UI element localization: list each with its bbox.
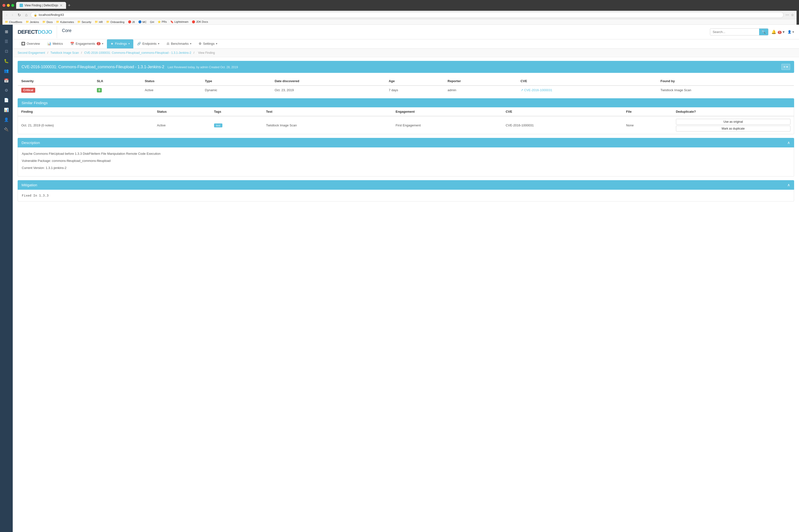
sidebar-icon-list[interactable]: ☰ [1,37,11,46]
refresh-button[interactable]: ↻ [16,12,22,18]
app-logo[interactable]: DEFECTDOJO [18,26,57,38]
bookmark-security-label: Security [81,21,91,23]
engagements-icon: 📅 [70,42,74,45]
tab-metrics[interactable]: 📊 Metrics [43,39,67,49]
tab-benchmarks[interactable]: ⚖ Benchmarks ▾ [163,39,195,49]
tab-endpoints[interactable]: 🔗 Endpoints ▾ [133,39,163,49]
cve-value: CVE-2016-1000031 [524,88,552,92]
bookmark-docs[interactable]: 📁 Docs [42,20,53,23]
description-content: Apache Commons FileUpload before 1.3.3 D… [18,148,794,176]
use-as-original-button[interactable]: Use as original [676,119,791,125]
back-button[interactable]: ‹ [5,12,8,18]
breadcrumb-second-engagement[interactable]: Second Engagement [18,51,45,55]
sidebar-icon-user[interactable]: 👤 [1,115,11,124]
forward-button[interactable]: › [11,12,14,18]
sidebar: ⊞ ☰ ⊡ 🐛 👥 📅 ⚙ 📄 📊 👤 🔌 [0,25,13,532]
bookmark-hr[interactable]: 📁 HR [95,20,103,23]
mitigation-body: Fixed In 1.3.3 [18,190,794,202]
toolbar-actions: ⋯ ☆ [785,13,794,17]
cve-link[interactable]: ↗ CVE-2016-1000031 [521,88,552,92]
browser-tab[interactable]: View Finding | DefectDojo ✕ [16,2,66,9]
mark-as-duplicate-button[interactable]: Mark as duplicate [676,126,791,132]
bookmark-jdk-docs[interactable]: 🔴 JDK Docs [192,20,208,23]
description-line-3: Current Version: 1.3.1-jenkins-2 [22,166,790,171]
description-section: Description ∧ Apache Commons FileUpload … [18,138,794,176]
mitigation-toggle[interactable]: ∧ [787,183,790,187]
search-box: 🔍 [710,28,768,35]
tab-engagements[interactable]: 📅 Engagements 2 ▾ [67,39,107,49]
search-button[interactable]: 🔍 [759,28,768,35]
sim-finding-test: Twistlock Image Scan [262,116,392,134]
finding-actions-button[interactable]: ≡ ▾ [781,64,790,70]
app-container: ⊞ ☰ ⊡ 🐛 👥 📅 ⚙ 📄 📊 👤 🔌 DEFECTDOJO Core [0,25,799,532]
similar-finding-row: Oct. 21, 2019 (0 notes) Active test Twis… [18,116,794,134]
page-header: Core [62,25,710,39]
finding-date-discovered: Oct. 23, 2019 [271,86,385,95]
settings-icon: ⚙ [199,42,202,45]
minimize-button[interactable] [7,4,10,7]
sim-finding-tags: test [211,116,263,134]
finding-meta: Last Reviewed today, by admin Created Oc… [168,65,238,69]
description-toggle[interactable]: ∧ [787,140,790,145]
bookmark-mc[interactable]: 🔵 MC [138,20,147,23]
sim-finding-engagement: First Engagement [392,116,502,134]
sidebar-icon-bug[interactable]: 🐛 [1,56,11,65]
sim-col-deduplicate: Deduplicate? [672,107,794,116]
sidebar-icon-file[interactable]: 📄 [1,96,11,104]
bookmarks-bar: 📁 CloudBees 📁 Jenkins 📁 Docs 📁 Kubernete… [2,19,797,25]
sidebar-icon-calendar[interactable]: 📅 [1,76,11,85]
bookmark-gh[interactable]: GH [150,21,154,23]
bookmark-prs[interactable]: ⭐ PRs [157,20,167,23]
sim-col-cve: CVE [502,107,623,116]
tab-settings[interactable]: ⚙ Settings ▾ [195,39,221,49]
col-status: Status [142,77,202,86]
tab-findings[interactable]: ★ Findings ▾ [107,39,133,49]
sidebar-icon-plugin[interactable]: 🔌 [1,125,11,134]
maximize-button[interactable] [11,4,14,7]
sidebar-icon-chart[interactable]: 📊 [1,106,11,114]
sidebar-icon-users[interactable]: 👥 [1,66,11,75]
breadcrumb-current: View Finding [198,51,215,55]
tab-overview[interactable]: 🔲 Overview [18,39,43,49]
breadcrumb-cve[interactable]: CVE-2016-1000031: Commons-Fileupload_com… [84,51,191,55]
finding-found-by: Twistlock Image Scan [657,86,794,95]
bookmark-onboarding[interactable]: 📁 Onboarding [106,20,125,23]
finding-age: 7 days [385,86,444,95]
sidebar-icon-dashboard[interactable]: ⊞ [1,27,11,36]
browser-chrome: View Finding | DefectDojo ✕ + ‹ › ↻ ⌂ 🔒 … [0,0,799,25]
address-bar[interactable]: 🔒 localhost/finding/43 [31,12,784,18]
bookmark-star-icon[interactable]: ☆ [791,13,794,17]
bookmark-security[interactable]: 📁 Security [77,20,91,23]
extensions-icon[interactable]: ⋯ [785,13,789,17]
sidebar-icon-inbox[interactable]: ⊡ [1,47,11,56]
sim-finding-cve: CVE-2016-1000031 [502,116,623,134]
home-button[interactable]: ⌂ [24,12,29,18]
close-button[interactable] [2,4,5,7]
breadcrumb: Second Engagement / Twistlock Image Scan… [13,49,799,57]
bookmark-kubernetes[interactable]: 📁 Kubernetes [56,20,74,23]
external-link-icon: ↗ [521,88,523,92]
browser-titlebar: View Finding | DefectDojo ✕ + [2,2,797,9]
benchmarks-icon: ⚖ [167,42,169,45]
engagements-badge: 2 [97,42,100,45]
tab-close-button[interactable]: ✕ [60,3,63,7]
bookmark-j8[interactable]: 🔴 J8 [128,20,135,23]
sidebar-icon-settings[interactable]: ⚙ [1,86,11,95]
description-body: Apache Commons FileUpload before 1.3.3 D… [18,148,794,176]
finding-row: Critical 0 Active Dynamic Oct. 23, 2019 … [18,86,794,95]
notification-badge: 5 [778,31,782,34]
breadcrumb-twistlock-scan[interactable]: Twistlock Image Scan [50,51,79,55]
search-input[interactable] [710,29,759,35]
bookmark-lightstream[interactable]: 🔖 Lightstream [170,20,189,23]
mitigation-header: Mitigation ∧ [18,180,794,190]
description-line-2: Vulnerable Package: commons-fileupload_c… [22,158,790,164]
new-tab-button[interactable]: + [68,3,71,8]
user-menu-button[interactable]: 👤 ▾ [787,30,794,34]
breadcrumb-sep-1: / [47,51,49,55]
sim-col-engagement: Engagement [392,107,502,116]
bookmark-jenkins[interactable]: 📁 Jenkins [26,20,39,23]
tab-benchmarks-label: Benchmarks [171,42,189,45]
bookmark-cloudbees[interactable]: 📁 CloudBees [5,20,22,23]
lock-icon: 🔒 [34,14,37,17]
notification-button[interactable]: 🔔 5 ▾ [772,30,784,34]
